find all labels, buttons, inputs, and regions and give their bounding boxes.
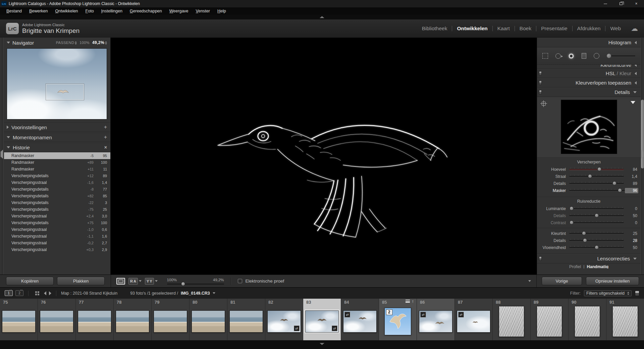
thumbnail-beach[interactable]	[40, 310, 73, 333]
masker-slider[interactable]	[569, 190, 625, 191]
panel-switch[interactable]	[539, 81, 542, 85]
module-tab-boek[interactable]: Boek	[515, 24, 536, 33]
reset-button[interactable]: Opnieuw instellen	[586, 277, 639, 285]
secondary-screen-button[interactable]: 2	[15, 290, 23, 296]
thumbnail-bird-sky[interactable]: ⇄	[267, 310, 301, 333]
tab-profiel[interactable]: Profiel	[569, 264, 581, 268]
thumbnail-beach[interactable]	[154, 310, 187, 333]
thumbnail-beach[interactable]	[192, 310, 225, 333]
navigator-zoom-rect[interactable]	[46, 84, 84, 100]
minimize-button[interactable]	[598, 0, 613, 7]
filmstrip-cell-80[interactable]: 80	[190, 299, 227, 340]
primary-screen-button[interactable]: 1	[5, 290, 13, 296]
bottom-panel-toggle-icon[interactable]	[320, 343, 324, 345]
history-item[interactable]: Verscherpingsstraal-1,11,6	[4, 233, 110, 240]
previous-photo-arrow[interactable]	[44, 291, 46, 295]
history-item[interactable]: Verscherpingsstraal+2,43,0	[4, 213, 110, 219]
detail-target-icon[interactable]	[542, 102, 546, 106]
heal-tool-icon[interactable]	[555, 53, 561, 59]
adjustment-badge-icon[interactable]: ⇄	[332, 326, 337, 331]
navigator-expand-icon[interactable]	[7, 42, 10, 44]
filmstrip-cell-79[interactable]: 79	[152, 299, 190, 340]
collection-badge-icon[interactable]: ⇄	[420, 312, 426, 317]
history-item[interactable]: Verscherpingsstraal+0,32,9	[4, 246, 110, 253]
loupe-view-button[interactable]	[116, 278, 125, 285]
cloud-sync-icon[interactable]: ☁	[631, 24, 638, 33]
filmstrip-cell-84[interactable]: 84 ⇄	[341, 299, 379, 340]
filename-dropdown-icon[interactable]	[213, 292, 215, 294]
module-tab-web[interactable]: Web	[605, 24, 626, 33]
filmstrip-cell-83-selected[interactable]: 83 ⇄	[303, 299, 341, 340]
panel-header-histogram[interactable]: Histogram	[537, 38, 641, 47]
panel-switch[interactable]	[539, 256, 542, 261]
stack-arrow-icon[interactable]: ↑	[412, 299, 414, 303]
top-panel-toggle-icon[interactable]	[320, 16, 324, 18]
module-tab-afdrukken[interactable]: Afdrukken	[573, 24, 605, 33]
folder-breadcrumb[interactable]: Map : 2021-08 Strand Kijkduin	[61, 291, 117, 296]
menu-bewerken[interactable]: Bewerken	[25, 8, 52, 14]
reference-view-dropdown-icon[interactable]	[139, 280, 142, 282]
lum-details-value[interactable]: 50	[624, 213, 637, 218]
soft-proof-checkbox[interactable]	[238, 279, 242, 283]
panel-header-historie[interactable]: Historie ×	[4, 143, 110, 152]
filmstrip-cell-78[interactable]: 78	[114, 299, 152, 340]
previous-button[interactable]: Vorige	[542, 277, 582, 285]
filmstrip-cell-85-stack[interactable]: 85 ↑ 2	[379, 299, 417, 340]
zoom-current-label[interactable]: 49,2%	[213, 278, 224, 282]
current-filename[interactable]: IMG_0149.CR3	[181, 291, 210, 296]
tool-amount-slider[interactable]	[607, 55, 635, 56]
masking-tool-icon[interactable]	[582, 53, 586, 59]
thumbnail-beach[interactable]	[116, 310, 149, 333]
radial-mask-tool-icon[interactable]	[594, 53, 599, 59]
thumbnail-bird-sky[interactable]: ⇄	[419, 310, 452, 333]
panel-switch[interactable]	[539, 90, 542, 94]
filmstrip-cell-81[interactable]: 81	[227, 299, 265, 340]
panel-header-details[interactable]: Details	[537, 87, 641, 97]
history-item[interactable]: Verscherpingsdetails+75100	[4, 219, 110, 226]
add-preset-button[interactable]: +	[104, 126, 107, 129]
straal-slider[interactable]	[569, 176, 624, 177]
collection-badge-icon[interactable]: ⇄	[458, 312, 464, 317]
thumbnail-texture[interactable]	[612, 306, 638, 337]
history-item[interactable]: Randmasker+89100	[4, 159, 110, 166]
copy-button[interactable]: Kopiëren	[6, 277, 54, 285]
paste-button[interactable]: Plakken	[57, 277, 105, 285]
navigator-zoom-value[interactable]: 49,2%	[92, 40, 107, 45]
expanded-panel-icon[interactable]	[7, 146, 10, 148]
navigator-header[interactable]: Navigator PASSEND 100% 49,2%	[4, 38, 110, 48]
before-after-dropdown-icon[interactable]	[155, 280, 158, 282]
module-tab-ontwikkelen[interactable]: Ontwikkelen	[452, 24, 492, 33]
vloeiendheid-value[interactable]: 50	[624, 245, 637, 250]
expanded-panel-icon[interactable]	[7, 136, 10, 138]
history-item[interactable]: Verscherpingsdetails-223	[4, 199, 110, 206]
module-tab-bibliotheek[interactable]: Bibliotheek	[417, 24, 452, 33]
kleurtint-slider[interactable]	[569, 233, 624, 234]
contrast-slider[interactable]	[569, 222, 624, 223]
thumbnail-bird-pale-sky[interactable]: ⇄	[457, 310, 490, 333]
zoom-slider[interactable]	[167, 284, 224, 285]
thumbnail-texture[interactable]	[499, 306, 524, 337]
clear-history-button[interactable]: ×	[104, 145, 107, 150]
zoom-slider-thumb[interactable]	[181, 282, 185, 286]
navigator-fit-option[interactable]: PASSEND	[56, 41, 77, 45]
menu-venster[interactable]: Venster	[192, 8, 214, 14]
navigator-preview[interactable]	[7, 48, 107, 119]
thumbnail-bird-sky[interactable]: ⇄	[343, 310, 377, 333]
panel-header-lenscorrecties[interactable]: Lenscorrecties	[537, 254, 641, 263]
filmstrip-cell-77[interactable]: 77	[76, 299, 114, 340]
filmstrip-cell-76[interactable]: 76	[38, 299, 76, 340]
kleurtint-value[interactable]: 25	[624, 231, 637, 236]
details-slider[interactable]	[569, 183, 624, 184]
luminantie-value[interactable]: 0	[624, 206, 637, 211]
thumbnail-beach[interactable]	[229, 310, 263, 333]
right-panel-collapse-arrow[interactable]	[641, 152, 643, 157]
filmstrip-cell-88[interactable]: 88	[493, 299, 531, 340]
menu-gereedschappen[interactable]: Gereedschappen	[126, 8, 166, 14]
redeye-tool-icon[interactable]	[568, 53, 574, 59]
reference-view-button[interactable]: RA	[128, 278, 138, 285]
left-panel-collapse-arrow[interactable]	[1, 152, 3, 157]
grid-view-icon[interactable]	[35, 291, 39, 295]
tab-handmatig[interactable]: Handmatig	[587, 264, 609, 268]
close-button[interactable]: ×	[629, 0, 644, 7]
filter-dropdown[interactable]: Filters uitgeschakeld	[584, 290, 632, 296]
